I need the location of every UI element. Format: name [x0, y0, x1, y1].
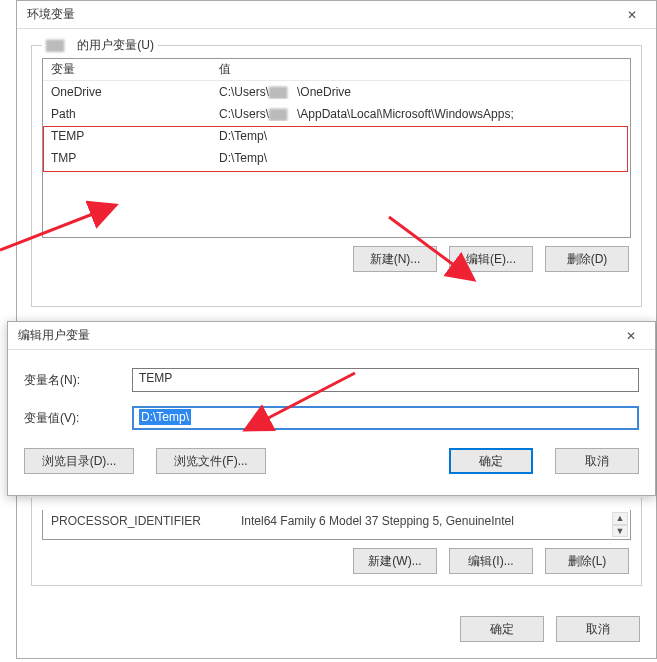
edit-title: 编辑用户变量 — [18, 327, 90, 344]
edit-body: 变量名(N): TEMP 变量值(V): D:\Temp\ 浏览目录(D)...… — [8, 350, 655, 484]
browse-file-button[interactable]: 浏览文件(F)... — [156, 448, 266, 474]
new-button[interactable]: 新建(N)... — [353, 246, 437, 272]
titlebar-main: 环境变量 ✕ — [17, 1, 656, 29]
name-label: 变量名(N): — [24, 372, 132, 389]
user-buttons-row: 新建(N)... 编辑(E)... 删除(D) — [44, 246, 629, 272]
var-value-input[interactable]: D:\Temp\ — [132, 406, 639, 430]
edit-button[interactable]: 编辑(E)... — [449, 246, 533, 272]
var-name-input[interactable]: TEMP — [132, 368, 639, 392]
blurred-username: ▇▇ — [46, 38, 74, 52]
close-icon[interactable]: ✕ — [612, 4, 652, 26]
value-label: 变量值(V): — [24, 410, 132, 427]
titlebar-edit: 编辑用户变量 ✕ — [8, 322, 655, 350]
ok-button[interactable]: 确定 — [460, 616, 544, 642]
table-row[interactable]: PROCESSOR_IDENTIFIER Intel64 Family 6 Mo… — [43, 510, 630, 532]
table-row[interactable]: Path C:\Users\▇▇\AppData\Local\Microsoft… — [43, 103, 630, 125]
scroll-down-icon[interactable]: ▼ — [612, 525, 628, 538]
browse-dir-button[interactable]: 浏览目录(D)... — [24, 448, 134, 474]
list-header: 变量 值 — [43, 59, 630, 81]
sys-delete-button[interactable]: 删除(L) — [545, 548, 629, 574]
system-vars-list[interactable]: PROCESSOR_IDENTIFIER Intel64 Family 6 Mo… — [42, 510, 631, 540]
sys-edit-button[interactable]: 编辑(I)... — [449, 548, 533, 574]
scroll-up-icon[interactable]: ▲ — [612, 512, 628, 525]
edit-var-dialog: 编辑用户变量 ✕ 变量名(N): TEMP 变量值(V): D:\Temp\ 浏… — [7, 321, 656, 496]
cancel-button[interactable]: 取消 — [556, 616, 640, 642]
sys-new-button[interactable]: 新建(W)... — [353, 548, 437, 574]
edit-cancel-button[interactable]: 取消 — [555, 448, 639, 474]
table-row[interactable]: TEMP D:\Temp\ — [43, 125, 630, 147]
table-row[interactable]: OneDrive C:\Users\▇▇\OneDrive — [43, 81, 630, 103]
col-header-var[interactable]: 变量 — [43, 61, 211, 78]
delete-button[interactable]: 删除(D) — [545, 246, 629, 272]
scrollbar[interactable]: ▲ ▼ — [612, 512, 628, 537]
user-vars-group: ▇▇ 的用户变量(U) 变量 值 OneDrive C:\Users\▇▇\On… — [31, 45, 642, 307]
table-row[interactable]: TMP D:\Temp\ — [43, 147, 630, 169]
edit-ok-button[interactable]: 确定 — [449, 448, 533, 474]
user-vars-legend: ▇▇ 的用户变量(U) — [42, 37, 158, 54]
user-vars-list[interactable]: 变量 值 OneDrive C:\Users\▇▇\OneDrive Path … — [42, 58, 631, 238]
footer-buttons: 确定 取消 — [460, 616, 640, 642]
system-buttons-row: 新建(W)... 编辑(I)... 删除(L) — [44, 548, 629, 574]
edit-close-icon[interactable]: ✕ — [611, 325, 651, 347]
col-header-val[interactable]: 值 — [211, 61, 630, 78]
system-vars-group: PROCESSOR_IDENTIFIER Intel64 Family 6 Mo… — [31, 498, 642, 586]
window-title: 环境变量 — [27, 6, 75, 23]
